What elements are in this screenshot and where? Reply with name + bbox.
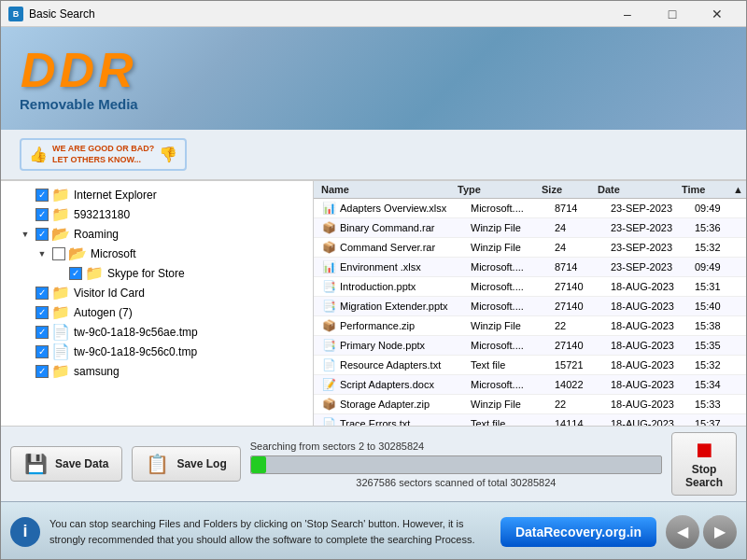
list-item[interactable]: 📁 Skype for Store xyxy=(1,263,313,283)
expand-icon[interactable] xyxy=(18,305,33,320)
info-icon: i xyxy=(10,517,40,547)
expand-icon[interactable] xyxy=(18,207,33,222)
file-date-cell: 18-AUG-2023 xyxy=(607,377,691,392)
save-log-button[interactable]: 📋 Save Log xyxy=(132,446,240,482)
save-data-button[interactable]: 💾 Save Data xyxy=(10,446,122,482)
tree-checkbox[interactable] xyxy=(35,345,49,358)
tree-checkbox[interactable] xyxy=(35,208,49,221)
list-item[interactable]: ▼ 📂 Microsoft xyxy=(1,244,313,263)
file-size-cell: 15721 xyxy=(551,357,607,372)
file-name-cell: 📊 Adapters Overview.xlsx xyxy=(317,201,467,216)
tree-panel[interactable]: 📁 Internet Explorer 📁 593213180 ▼ 📂 Roam… xyxy=(1,181,314,426)
tree-item-label: tw-9c0-1a18-9c56ae.tmp xyxy=(74,326,198,339)
tree-item-label: 593213180 xyxy=(74,208,130,221)
content-area: 📁 Internet Explorer 📁 593213180 ▼ 📂 Roam… xyxy=(1,180,746,426)
file-type-icon: 📦 xyxy=(321,220,336,235)
save-log-icon: 📋 xyxy=(146,453,169,475)
tree-item-label: tw-9c0-1a18-9c56c0.tmp xyxy=(74,345,197,358)
good-bad-text: WE ARE GOOD OR BAD? LET OTHERS KNOW... xyxy=(52,144,154,165)
col-scroll: ▲ xyxy=(729,184,742,195)
list-item[interactable]: 📁 samsung xyxy=(1,361,313,381)
prev-arrow[interactable]: ◀ xyxy=(666,515,699,549)
tree-checkbox[interactable] xyxy=(35,189,49,202)
file-list[interactable]: 📊 Adapters Overview.xlsx Microsoft.... 8… xyxy=(314,199,746,426)
table-row[interactable]: 📑 Introduction.pptx Microsoft.... 27140 … xyxy=(314,277,746,297)
table-row[interactable]: 📊 Environment .xlsx Microsoft.... 8714 2… xyxy=(314,258,746,277)
stop-icon: ⏹ xyxy=(694,439,714,463)
file-time-cell: 15:32 xyxy=(691,357,742,372)
file-name-cell: 📄 Resource Adapters.txt xyxy=(317,357,467,372)
header-banner: DDR Removable Media xyxy=(1,27,746,130)
list-item[interactable]: 📁 593213180 xyxy=(1,204,313,224)
file-time-cell: 15:32 xyxy=(691,240,742,255)
file-name-cell: 📦 Performance.zip xyxy=(317,318,467,333)
file-date-cell: 23-SEP-2023 xyxy=(607,201,691,216)
tree-checkbox[interactable] xyxy=(35,306,49,319)
progress-label: Searching from sectors 2 to 30285824 xyxy=(250,441,662,452)
file-size-cell: 14022 xyxy=(551,377,607,392)
file-type-icon: 📑 xyxy=(321,299,336,314)
file-date-cell: 18-AUG-2023 xyxy=(607,416,691,426)
expand-icon[interactable] xyxy=(51,266,66,281)
tree-checkbox[interactable] xyxy=(35,326,49,339)
progress-bar-fill xyxy=(251,456,267,473)
table-row[interactable]: 📑 Migration Extender.pptx Microsoft.... … xyxy=(314,297,746,316)
collapse-icon[interactable]: ▼ xyxy=(18,227,33,242)
collapse-icon[interactable]: ▼ xyxy=(35,246,49,261)
list-item[interactable]: ▼ 📂 Roaming xyxy=(1,224,313,244)
file-size-cell: 27140 xyxy=(551,299,607,314)
list-item[interactable]: 📁 Autogen (7) xyxy=(1,302,313,322)
brand-badge[interactable]: DataRecovery.org.in xyxy=(500,517,656,547)
expand-icon[interactable] xyxy=(18,286,33,301)
folder-closed-icon: 📁 xyxy=(51,303,70,321)
table-row[interactable]: 📝 Script Adapters.docx Microsoft.... 140… xyxy=(314,375,746,395)
progress-area: Searching from sectors 2 to 30285824 326… xyxy=(250,441,662,488)
file-name-cell: 📝 Script Adapters.docx xyxy=(317,377,467,392)
tree-checkbox[interactable] xyxy=(35,365,49,378)
maximize-button[interactable]: □ xyxy=(651,1,694,27)
table-row[interactable]: 📑 Primary Node.pptx Microsoft.... 27140 … xyxy=(314,336,746,356)
file-type-icon: 📊 xyxy=(321,201,336,216)
file-name-cell: 📑 Introduction.pptx xyxy=(317,279,467,294)
good-bad-button[interactable]: 👍 WE ARE GOOD OR BAD? LET OTHERS KNOW...… xyxy=(20,138,187,171)
expand-icon[interactable] xyxy=(18,364,33,379)
table-row[interactable]: 📊 Adapters Overview.xlsx Microsoft.... 8… xyxy=(314,199,746,218)
file-type-icon: 📊 xyxy=(321,259,336,274)
next-arrow[interactable]: ▶ xyxy=(703,515,737,549)
progress-count: 3267586 sectors scanned of total 3028582… xyxy=(250,477,662,488)
tree-checkbox[interactable] xyxy=(52,247,65,260)
file-panel: Name Type Size Date Time ▲ 📊 Adapters Ov… xyxy=(314,181,746,426)
table-row[interactable]: 📦 Storage Adapter.zip Winzip File 22 18-… xyxy=(314,395,746,414)
table-row[interactable]: 📄 Resource Adapters.txt Text file 15721 … xyxy=(314,356,746,375)
folder-closed-icon: 📁 xyxy=(51,186,70,203)
list-item[interactable]: 📄 tw-9c0-1a18-9c56c0.tmp xyxy=(1,342,313,361)
file-size-cell: 22 xyxy=(551,318,607,333)
tree-checkbox[interactable] xyxy=(35,228,49,241)
tree-checkbox[interactable] xyxy=(35,287,49,300)
file-name-cell: 📊 Environment .xlsx xyxy=(317,259,467,274)
list-item[interactable]: 📁 Internet Explorer xyxy=(1,185,313,204)
thumb-right-icon: 👎 xyxy=(159,146,177,163)
main-content: 👍 WE ARE GOOD OR BAD? LET OTHERS KNOW...… xyxy=(1,130,746,560)
tree-checkbox[interactable] xyxy=(69,267,82,280)
folder-closed-icon: 📁 xyxy=(85,264,104,282)
file-size-cell: 14114 xyxy=(551,416,607,426)
file-size-cell: 22 xyxy=(551,397,607,412)
file-type-cell: Microsoft.... xyxy=(467,259,551,274)
file-date-cell: 18-AUG-2023 xyxy=(607,357,691,372)
brand-ddr: DDR xyxy=(21,46,137,94)
col-name: Name xyxy=(317,184,454,195)
expand-icon[interactable] xyxy=(18,188,33,203)
close-button[interactable]: ✕ xyxy=(696,1,739,27)
list-item[interactable]: 📁 Visitor Id Card xyxy=(1,283,313,302)
progress-bar-background xyxy=(250,455,662,474)
table-row[interactable]: 📦 Binary Command.rar Winzip File 24 23-S… xyxy=(314,218,746,238)
table-row[interactable]: 📄 Trace Errors.txt Text file 14114 18-AU… xyxy=(314,414,746,426)
stop-search-button[interactable]: ⏹ StopSearch xyxy=(671,432,737,496)
file-icon: 📄 xyxy=(51,323,70,341)
list-item[interactable]: 📄 tw-9c0-1a18-9c56ae.tmp xyxy=(1,322,313,342)
table-row[interactable]: 📦 Command Server.rar Winzip File 24 23-S… xyxy=(314,238,746,258)
minimize-button[interactable]: – xyxy=(606,1,649,27)
file-date-cell: 18-AUG-2023 xyxy=(607,279,691,294)
table-row[interactable]: 📦 Performance.zip Winzip File 22 18-AUG-… xyxy=(314,316,746,336)
